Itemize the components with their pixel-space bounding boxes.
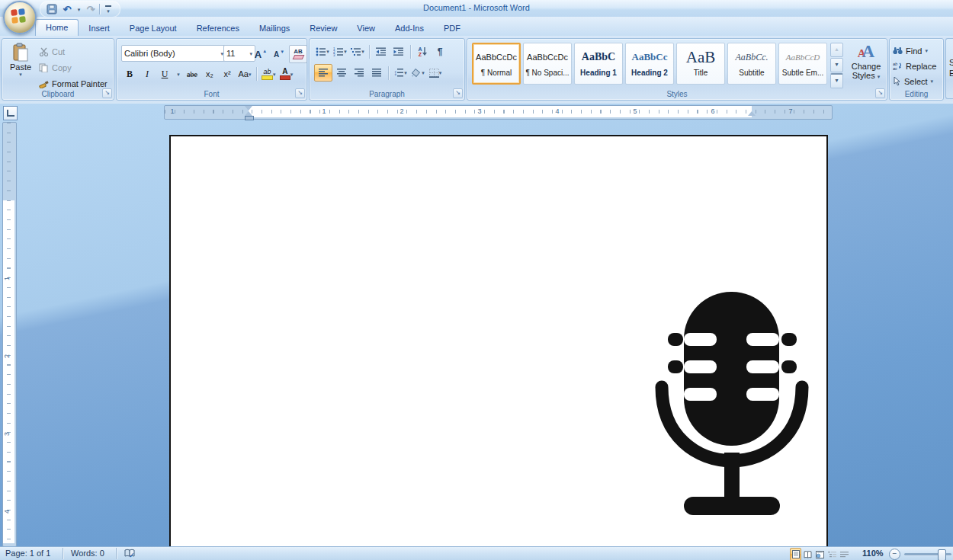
- full-screen-reading-view-button[interactable]: [802, 548, 813, 560]
- font-size-combo[interactable]: 11 ▾: [223, 45, 255, 62]
- office-button[interactable]: [3, 1, 37, 34]
- tab-pdf[interactable]: PDF: [434, 20, 470, 36]
- undo-dropdown[interactable]: ▾: [75, 3, 82, 16]
- zoom-level[interactable]: 110%: [862, 549, 884, 558]
- title-bar: Document1 - Microsoft Word: [0, 0, 953, 18]
- gallery-scroll-up-button[interactable]: ▲: [830, 43, 843, 57]
- format-painter-button[interactable]: Format Painter: [39, 76, 107, 91]
- justify-button[interactable]: [368, 65, 385, 81]
- paragraph-dialog-launcher[interactable]: ↘: [453, 88, 463, 98]
- draft-view-button[interactable]: [839, 548, 850, 560]
- decrease-indent-button[interactable]: [373, 43, 390, 59]
- zoom-out-button[interactable]: −: [889, 549, 900, 560]
- tab-references[interactable]: References: [187, 20, 249, 36]
- line-spacing-lines-icon: [397, 69, 404, 77]
- right-indent-marker[interactable]: [748, 111, 756, 116]
- divider: [388, 66, 389, 80]
- gallery-scroll-down-button[interactable]: ▼: [830, 58, 843, 72]
- underline-dropdown[interactable]: ▾: [174, 66, 183, 82]
- page-indicator[interactable]: Page: 1 of 1: [5, 549, 50, 558]
- divider: [369, 45, 370, 59]
- shrink-font-button[interactable]: A ▼: [271, 46, 287, 62]
- tab-home[interactable]: Home: [35, 19, 79, 36]
- tab-add-ins[interactable]: Add-Ins: [385, 20, 434, 36]
- bold-button[interactable]: B: [121, 66, 138, 82]
- tab-stop-selector[interactable]: [3, 106, 18, 120]
- style-title[interactable]: AaB Title: [676, 43, 725, 85]
- multilevel-list-button[interactable]: ▾: [349, 43, 366, 59]
- ruler-number: 3: [4, 432, 11, 436]
- grow-font-button[interactable]: A ▲: [252, 46, 269, 62]
- strikethrough-button[interactable]: abe: [184, 66, 201, 82]
- clipboard-small-buttons: Cut Copy Format Painter: [39, 44, 107, 91]
- style-heading-2[interactable]: AaBbCc Heading 2: [625, 43, 674, 85]
- redo-button[interactable]: ↷: [84, 3, 98, 16]
- web-layout-icon: [816, 551, 824, 558]
- gallery-more-button[interactable]: ▼: [830, 73, 843, 88]
- select-button[interactable]: Select ▾: [893, 74, 936, 88]
- zoom-slider-thumb[interactable]: [938, 549, 946, 560]
- chevron-down-icon: ▾: [78, 7, 81, 12]
- tab-view[interactable]: View: [347, 20, 385, 36]
- first-line-indent-marker[interactable]: [245, 106, 252, 110]
- spellcheck-status[interactable]: ✓: [124, 549, 136, 558]
- increase-indent-button[interactable]: [390, 43, 407, 59]
- font-color-button[interactable]: A ▾: [278, 66, 295, 82]
- chevron-down-icon: ▾: [439, 70, 442, 75]
- show-hide-pilcrow-button[interactable]: ¶: [432, 43, 448, 59]
- undo-button[interactable]: ↶: [60, 3, 74, 16]
- find-button[interactable]: Find ▾: [893, 43, 936, 58]
- svg-text:3: 3: [333, 53, 335, 56]
- align-right-button[interactable]: [351, 65, 367, 81]
- horizontal-ruler[interactable]: 1 1 2 3 4 5 6 7: [164, 105, 833, 120]
- vertical-ruler[interactable]: 1 2 3 4: [2, 122, 17, 546]
- italic-button[interactable]: I: [139, 66, 156, 82]
- tab-mailings[interactable]: Mailings: [249, 20, 300, 36]
- style-no-spacing[interactable]: AaBbCcDc ¶ No Spaci...: [523, 43, 572, 85]
- outline-view-button[interactable]: [826, 548, 838, 560]
- cut-button[interactable]: Cut: [39, 44, 107, 59]
- web-layout-view-button[interactable]: [814, 548, 826, 560]
- align-left-button[interactable]: [314, 64, 332, 82]
- customize-qat-button[interactable]: ▾: [101, 3, 115, 16]
- bullets-button[interactable]: ▾: [314, 43, 331, 59]
- subscript-button[interactable]: x₂: [201, 66, 218, 82]
- tab-insert[interactable]: Insert: [79, 20, 120, 36]
- tab-review[interactable]: Review: [300, 20, 347, 36]
- paste-icon: [11, 43, 30, 62]
- word-count[interactable]: Words: 0: [71, 549, 104, 558]
- style-heading-1[interactable]: AaBbC Heading 1: [574, 43, 623, 85]
- sort-button[interactable]: A Z: [414, 43, 431, 59]
- numbering-button[interactable]: 1 2 3 ▾: [332, 43, 348, 59]
- print-layout-view-button[interactable]: [790, 548, 801, 560]
- clear-formatting-button[interactable]: AB: [289, 45, 307, 63]
- shading-button[interactable]: ▾: [409, 65, 426, 81]
- clipboard-dialog-launcher[interactable]: ↘: [102, 88, 112, 98]
- font-name-combo[interactable]: Calibri (Body) ▾: [121, 45, 226, 62]
- paste-button[interactable]: Paste ▾: [6, 43, 35, 93]
- ruler-number: 6: [711, 107, 714, 116]
- style-subtitle[interactable]: AaBbCc. Subtitle: [727, 43, 776, 85]
- draft-view-icon: [840, 551, 849, 558]
- copy-button[interactable]: Copy: [39, 60, 107, 75]
- line-spacing-button[interactable]: ↕ ▾: [392, 65, 409, 81]
- underline-button[interactable]: U: [156, 66, 173, 82]
- font-dialog-launcher[interactable]: ↘: [295, 88, 305, 98]
- ruler-number: 1: [322, 107, 326, 116]
- save-button[interactable]: [45, 3, 59, 16]
- highlight-color-button[interactable]: ab ▾: [260, 66, 278, 82]
- left-indent-marker[interactable]: [245, 116, 254, 120]
- align-center-button[interactable]: [333, 65, 350, 81]
- styles-dialog-launcher[interactable]: ↘: [875, 88, 885, 98]
- style-subtle-emphasis[interactable]: AaBbCcD Subtle Em...: [778, 43, 827, 85]
- tab-page-layout[interactable]: Page Layout: [120, 20, 187, 36]
- superscript-button[interactable]: x²: [219, 66, 236, 82]
- change-case-button[interactable]: Aa ▾: [236, 66, 253, 82]
- style-normal[interactable]: AaBbCcDc ¶ Normal: [472, 43, 521, 85]
- replace-button[interactable]: ab ac Replace: [893, 59, 936, 73]
- document-page[interactable]: [169, 135, 828, 546]
- borders-button[interactable]: ▾: [427, 65, 444, 81]
- change-styles-button[interactable]: AA Change Styles ▾: [848, 42, 884, 89]
- window-title: Document1 - Microsoft Word: [0, 3, 953, 12]
- chevron-down-icon: ▾: [273, 72, 276, 77]
